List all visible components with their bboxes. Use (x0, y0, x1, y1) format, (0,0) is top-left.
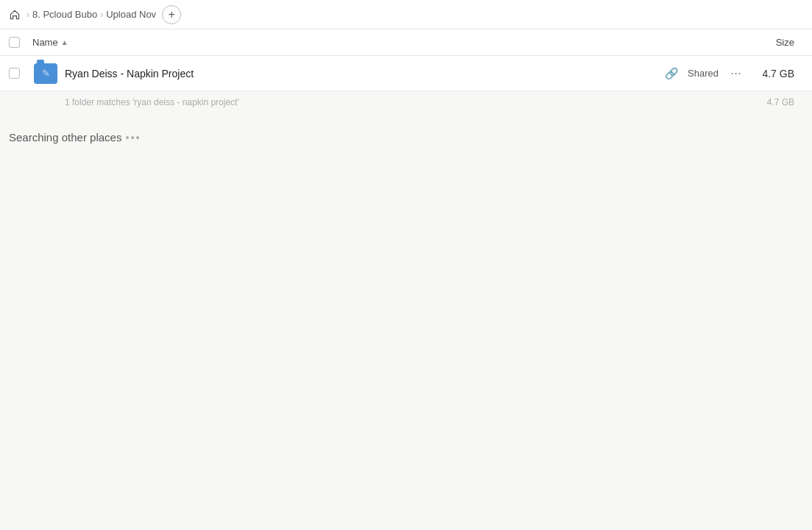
loading-indicator (126, 136, 139, 139)
file-actions: 🔗 Shared ··· (665, 64, 744, 82)
more-options-button[interactable]: ··· (727, 64, 744, 82)
file-size-label: 4.7 GB (744, 68, 803, 80)
size-column-header[interactable]: Size (744, 37, 803, 48)
row-checkbox[interactable] (9, 68, 32, 79)
searching-label-text: Searching other places (9, 131, 121, 144)
match-size-label: 4.7 GB (767, 97, 803, 107)
home-button[interactable] (9, 9, 21, 21)
loading-dot-1 (126, 136, 129, 139)
searching-section: Searching other places (0, 113, 812, 155)
searching-label: Searching other places (9, 131, 803, 144)
sort-arrow-icon: ▲ (61, 38, 68, 46)
add-button[interactable]: + (162, 5, 181, 24)
breadcrumb-pcloud-bubo[interactable]: 8. Pcloud Bubo (32, 9, 97, 20)
file-icon-wrap: ✎ (32, 60, 59, 87)
column-header-row: Name ▲ Size (0, 29, 812, 56)
shared-link-icon: 🔗 (665, 67, 679, 80)
select-all-checkbox[interactable] (9, 37, 32, 48)
loading-dot-2 (131, 136, 134, 139)
breadcrumb-sep-2: › (100, 10, 103, 20)
match-info-row: 1 folder matches 'ryan deiss - napkin pr… (0, 91, 812, 113)
name-column-header[interactable]: Name ▲ (32, 37, 744, 48)
loading-dot-3 (136, 136, 139, 139)
folder-icon: ✎ (34, 63, 57, 84)
breadcrumb-sep-1: › (27, 10, 29, 20)
breadcrumb-upload-nov[interactable]: Upload Nov (106, 9, 156, 20)
shared-badge: Shared (688, 68, 719, 79)
name-column-label: Name (32, 37, 58, 48)
checkbox-box[interactable] (9, 37, 20, 48)
file-name-label: Ryan Deiss - Napkin Project (65, 68, 665, 80)
breadcrumb-bar: › 8. Pcloud Bubo › Upload Nov + (0, 0, 812, 29)
row-checkbox-box[interactable] (9, 68, 20, 79)
file-row[interactable]: ✎ Ryan Deiss - Napkin Project 🔗 Shared ·… (0, 56, 812, 91)
folder-inner-icon: ✎ (42, 68, 50, 79)
match-text-label: 1 folder matches 'ryan deiss - napkin pr… (65, 97, 239, 107)
